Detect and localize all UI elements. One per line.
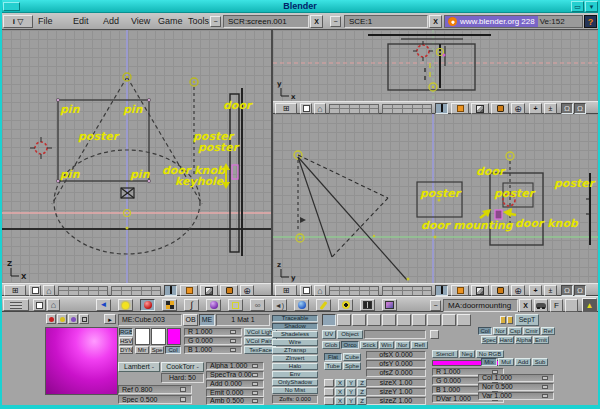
fullscreen-button[interactable]	[300, 285, 312, 296]
spe-button[interactable]: Spe	[150, 346, 164, 354]
pivot-menu[interactable]	[491, 103, 509, 114]
emit-slider[interactable]: Emit 0.000	[206, 389, 264, 397]
home-button[interactable]: ⌂	[47, 299, 60, 311]
mapto-alpha-toggle[interactable]: Alpha	[515, 336, 532, 344]
title-bar[interactable]: Blender ▭ ▾	[0, 0, 600, 13]
buttons-window-type-menu[interactable]	[3, 299, 29, 311]
texture-channel-5[interactable]	[382, 314, 396, 326]
viewport-front[interactable]: pin pin pin pin poster poster poster doo…	[2, 30, 271, 283]
glob-toggle[interactable]: Glob	[322, 341, 340, 349]
object-centers[interactable]	[373, 235, 437, 281]
sizez-field[interactable]: sizeZ 1.00	[366, 397, 426, 405]
mir-button[interactable]: Mir	[135, 346, 149, 354]
traceable-toggle[interactable]: Traceable	[272, 315, 318, 322]
hardness-field[interactable]: Hard: 50	[161, 373, 204, 383]
scene-browse-button[interactable]: −	[330, 16, 341, 27]
viewtype-menu[interactable]: ⊞	[275, 285, 297, 296]
ipo-buttons-tab[interactable]: ∫	[184, 299, 199, 311]
axis-blank-3[interactable]	[324, 397, 334, 405]
script-buttons-tab[interactable]	[294, 299, 309, 311]
sphe-toggle[interactable]: Sphe	[343, 362, 361, 370]
menu-view[interactable]: View	[131, 13, 150, 29]
win-toggle[interactable]: Win	[379, 341, 394, 349]
layer-buttons-group-1[interactable]	[58, 286, 108, 296]
pivot-menu[interactable]	[220, 285, 238, 296]
layer-buttons-group-2[interactable]	[111, 286, 161, 296]
texture-buttons-tab[interactable]	[162, 299, 177, 311]
diffuse-color-swatch[interactable]	[167, 328, 181, 345]
display-buttons-tab[interactable]	[382, 299, 397, 311]
layer-lock-button[interactable]	[164, 285, 177, 296]
draw-mode-menu[interactable]	[471, 103, 489, 114]
maximize-window-button[interactable]: ▭	[571, 1, 584, 12]
object-name-field[interactable]	[364, 330, 426, 339]
shadow-toggle[interactable]: Shadow	[272, 323, 318, 330]
texture-channel-8[interactable]	[427, 314, 441, 326]
home-button[interactable]: ⌂	[314, 103, 326, 114]
radiosity-buttons-tab[interactable]	[338, 299, 353, 311]
texture-channel-2[interactable]	[337, 314, 351, 326]
menu-edit[interactable]: Edit	[73, 13, 89, 29]
col-amount-slider[interactable]: Col 1.000	[478, 374, 554, 382]
add-slider[interactable]: Add 0.000	[206, 380, 264, 388]
draw-mode-menu[interactable]	[471, 285, 489, 296]
mapto-ref-toggle[interactable]: Ref	[541, 327, 555, 335]
door-top-view[interactable]	[440, 44, 445, 88]
rgb-mode-button[interactable]: RGB	[119, 328, 133, 336]
mode-menu[interactable]	[451, 285, 469, 296]
refl-toggle[interactable]: Refl	[411, 341, 428, 349]
scene-name-field[interactable]: SCE:1	[344, 15, 428, 28]
texture-channel-9[interactable]	[442, 314, 456, 326]
manipulator-button[interactable]: ⊕	[511, 103, 525, 114]
texture-extra-button[interactable]	[430, 330, 439, 339]
menu-tools[interactable]: Tools	[188, 13, 209, 29]
screen-name-field[interactable]: SCR:screen.001	[223, 15, 309, 28]
ref-slider[interactable]: Ref 0.800	[118, 385, 192, 394]
axis-x-1[interactable]: X	[335, 379, 345, 387]
object-centers[interactable]	[429, 49, 446, 92]
preview-sphere-button[interactable]	[57, 314, 67, 324]
object-toggle[interactable]: Object	[337, 330, 363, 339]
render-buttons-tab[interactable]	[360, 299, 375, 311]
b-slider[interactable]: B 1.000	[184, 346, 242, 354]
mapto-hard-toggle[interactable]: Hard	[498, 336, 514, 344]
axis-blank-1[interactable]	[324, 379, 334, 387]
mesh-name-field[interactable]: ME:Cube.003	[118, 314, 182, 326]
ofsx-field[interactable]: ofsX 0.000	[366, 351, 426, 359]
viewport-side[interactable]: door poster poster poster door mounting …	[273, 114, 598, 283]
g-slider[interactable]: G 0.000	[184, 337, 242, 345]
material-delete-button[interactable]: X	[519, 299, 532, 312]
rotate-view-button-1[interactable]: Ω	[561, 103, 573, 114]
shadeless-toggle[interactable]: Shadeless	[272, 331, 318, 338]
home-button[interactable]: ⌂	[43, 285, 55, 296]
3d-cursor[interactable]	[30, 137, 52, 159]
ztransp-toggle[interactable]: ZTransp	[272, 347, 318, 354]
wall-lines[interactable]	[368, 35, 491, 39]
window-type-button[interactable]: i ▽	[3, 15, 33, 28]
mode-menu[interactable]	[451, 103, 469, 114]
window-menu-button[interactable]	[3, 2, 20, 11]
manipulator-button[interactable]: ⊕	[511, 285, 525, 296]
fullscreen-button[interactable]	[300, 103, 312, 114]
preview-halo-button[interactable]	[79, 314, 89, 324]
draw-mode-menu[interactable]	[200, 285, 218, 296]
view-zoom-button[interactable]: ±	[544, 285, 557, 296]
mode-menu[interactable]	[180, 285, 198, 296]
blend-mix-toggle[interactable]: Mix	[481, 358, 497, 366]
auto-name-button[interactable]	[534, 299, 548, 312]
camera-object[interactable]	[294, 151, 407, 280]
orco-toggle[interactable]: Orco	[341, 341, 359, 349]
texture-channel-3[interactable]	[352, 314, 366, 326]
scene-delete-button[interactable]: X	[429, 15, 442, 28]
sizex-field[interactable]: sizeX 1.00	[366, 379, 426, 387]
restore-window-button[interactable]: ▾	[585, 1, 598, 12]
manipulator-button[interactable]: ⊕	[240, 285, 254, 296]
sound-buttons-tab[interactable]: ◄)	[272, 299, 287, 311]
preview-refresh-button[interactable]: ▸	[104, 314, 116, 324]
flat-toggle[interactable]: Flat	[324, 353, 342, 361]
ofsz-field[interactable]: ofsZ 0.000	[366, 369, 426, 377]
lamp-buttons-tab[interactable]	[118, 299, 133, 311]
rotate-view-button-2[interactable]: Ω	[574, 103, 586, 114]
lamp-object-2[interactable]	[190, 78, 198, 177]
me-button[interactable]: ME	[199, 314, 215, 326]
